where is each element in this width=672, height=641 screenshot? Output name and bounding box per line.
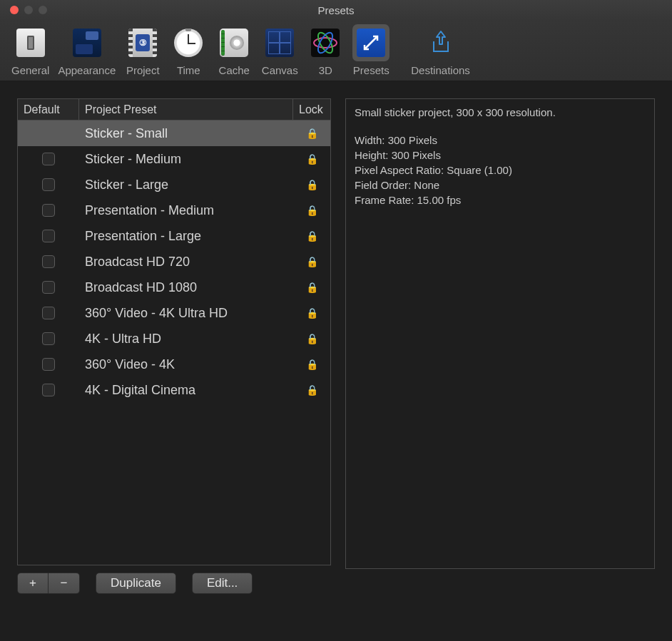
table-row[interactable]: Presentation - Large🔒 bbox=[18, 223, 330, 249]
toolbar-tab-canvas[interactable]: Canvas bbox=[257, 24, 302, 76]
presets-icon bbox=[357, 29, 385, 57]
table-row[interactable]: Broadcast HD 720🔒 bbox=[18, 249, 330, 275]
lock-cell: 🔒 bbox=[293, 223, 330, 249]
lock-cell: 🔒 bbox=[293, 275, 330, 300]
lock-icon: 🔒 bbox=[306, 230, 318, 242]
table-row[interactable]: 4K - Digital Cinema🔒 bbox=[18, 377, 330, 403]
presets-list-panel: Default Project Preset Lock Sticker - Sm… bbox=[17, 98, 331, 601]
preset-name-cell: Broadcast HD 1080 bbox=[79, 275, 293, 300]
table-header: Default Project Preset Lock bbox=[18, 99, 330, 120]
appearance-icon bbox=[73, 29, 101, 57]
column-header-lock[interactable]: Lock bbox=[293, 99, 330, 120]
presets-table: Default Project Preset Lock Sticker - Sm… bbox=[17, 98, 331, 565]
column-header-default[interactable]: Default bbox=[18, 99, 79, 120]
table-body: Sticker - Small🔒Sticker - Medium🔒Sticker… bbox=[18, 120, 330, 403]
lock-cell: 🔒 bbox=[293, 377, 330, 403]
lock-icon: 🔒 bbox=[306, 128, 318, 139]
toolbar-tab-cache[interactable]: Cache bbox=[211, 24, 257, 76]
toolbar-tab-destinations[interactable]: Destinations bbox=[407, 24, 474, 76]
lock-icon: 🔒 bbox=[306, 205, 318, 216]
default-cell bbox=[18, 146, 79, 172]
titlebar: Presets bbox=[0, 0, 672, 20]
window-title: Presets bbox=[0, 4, 672, 16]
preset-name-cell: Presentation - Large bbox=[79, 223, 293, 249]
default-checkbox[interactable] bbox=[42, 153, 55, 165]
default-cell bbox=[18, 172, 79, 198]
toolbar-tab-presets[interactable]: Presets bbox=[348, 24, 394, 76]
table-row[interactable]: Broadcast HD 1080🔒 bbox=[18, 275, 330, 300]
svg-point-0 bbox=[314, 38, 337, 48]
column-header-preset[interactable]: Project Preset bbox=[79, 99, 293, 120]
add-preset-button[interactable]: + bbox=[17, 573, 49, 594]
preset-name-cell: 360° Video - 4K Ultra HD bbox=[79, 300, 293, 326]
toolbar-tab-time[interactable]: Time bbox=[166, 24, 211, 76]
table-row[interactable]: Sticker - Large🔒 bbox=[18, 172, 330, 198]
lock-icon: 🔒 bbox=[306, 384, 318, 396]
preset-name-cell: 4K - Ultra HD bbox=[79, 326, 293, 352]
table-row[interactable]: 360° Video - 4K Ultra HD🔒 bbox=[18, 300, 330, 326]
default-checkbox[interactable] bbox=[42, 307, 55, 319]
switch-icon bbox=[16, 29, 45, 57]
default-cell bbox=[18, 326, 79, 352]
traffic-lights bbox=[10, 6, 47, 14]
duplicate-button[interactable]: Duplicate bbox=[96, 573, 176, 594]
edit-button[interactable]: Edit... bbox=[192, 573, 253, 594]
lock-cell: 🔒 bbox=[293, 300, 330, 326]
cache-icon bbox=[220, 29, 248, 57]
preset-name-cell: 360° Video - 4K bbox=[79, 352, 293, 377]
toolbar-tab-general[interactable]: General bbox=[7, 24, 54, 76]
default-checkbox[interactable] bbox=[42, 384, 55, 396]
preset-name-cell: Broadcast HD 720 bbox=[79, 249, 293, 275]
table-row[interactable]: 4K - Ultra HD🔒 bbox=[18, 326, 330, 352]
default-cell bbox=[18, 352, 79, 377]
lock-cell: 🔒 bbox=[293, 198, 330, 223]
table-row[interactable]: 360° Video - 4K🔒 bbox=[18, 352, 330, 377]
lock-icon: 🔒 bbox=[306, 307, 318, 319]
3d-icon bbox=[311, 29, 340, 57]
default-checkbox[interactable] bbox=[42, 281, 55, 294]
table-row[interactable]: Sticker - Medium🔒 bbox=[18, 146, 330, 172]
remove-preset-button[interactable]: − bbox=[49, 573, 80, 594]
table-row[interactable]: Presentation - Medium🔒 bbox=[18, 198, 330, 223]
preset-info-line: Width: 300 Pixels bbox=[355, 133, 646, 148]
default-checkbox[interactable] bbox=[42, 332, 55, 345]
default-checkbox[interactable] bbox=[42, 204, 55, 217]
zoom-window-button[interactable] bbox=[39, 6, 47, 14]
close-window-button[interactable] bbox=[10, 6, 19, 14]
film-icon: ③ bbox=[128, 29, 157, 57]
lock-cell: 🔒 bbox=[293, 120, 330, 146]
svg-line-3 bbox=[365, 36, 377, 49]
preset-name-cell: Sticker - Medium bbox=[79, 146, 293, 172]
stopwatch-icon bbox=[174, 29, 203, 57]
preset-name-cell: 4K - Digital Cinema bbox=[79, 377, 293, 403]
default-cell bbox=[18, 377, 79, 403]
lock-icon: 🔒 bbox=[306, 153, 318, 165]
preset-name-cell: Presentation - Medium bbox=[79, 198, 293, 223]
list-footer: + − Duplicate Edit... bbox=[17, 565, 331, 601]
toolbar-tab-3d[interactable]: 3D bbox=[302, 24, 348, 76]
lock-cell: 🔒 bbox=[293, 249, 330, 275]
default-cell bbox=[18, 223, 79, 249]
default-checkbox[interactable] bbox=[42, 255, 55, 268]
default-checkbox[interactable] bbox=[42, 178, 55, 191]
minimize-window-button[interactable] bbox=[24, 6, 33, 14]
preferences-toolbar: General Appearance ③ Project Time Cache … bbox=[0, 20, 672, 81]
default-checkbox[interactable] bbox=[42, 230, 55, 242]
default-cell bbox=[18, 300, 79, 326]
preset-summary: Small sticker project, 300 x 300 resolut… bbox=[355, 105, 646, 120]
lock-icon: 🔒 bbox=[306, 359, 318, 370]
lock-cell: 🔒 bbox=[293, 172, 330, 198]
toolbar-tab-appearance[interactable]: Appearance bbox=[54, 24, 120, 76]
preset-info-line: Field Order: None bbox=[355, 178, 646, 193]
lock-icon: 🔒 bbox=[306, 256, 318, 267]
preset-info-line: Pixel Aspect Ratio: Square (1.00) bbox=[355, 163, 646, 178]
toolbar-tab-project[interactable]: ③ Project bbox=[120, 24, 166, 76]
table-row[interactable]: Sticker - Small🔒 bbox=[18, 120, 330, 146]
share-icon bbox=[427, 29, 455, 57]
default-cell bbox=[18, 249, 79, 275]
lock-cell: 🔒 bbox=[293, 352, 330, 377]
preset-name-cell: Sticker - Small bbox=[79, 120, 293, 146]
default-cell bbox=[18, 275, 79, 300]
default-checkbox[interactable] bbox=[42, 358, 55, 371]
lock-icon: 🔒 bbox=[306, 333, 318, 344]
